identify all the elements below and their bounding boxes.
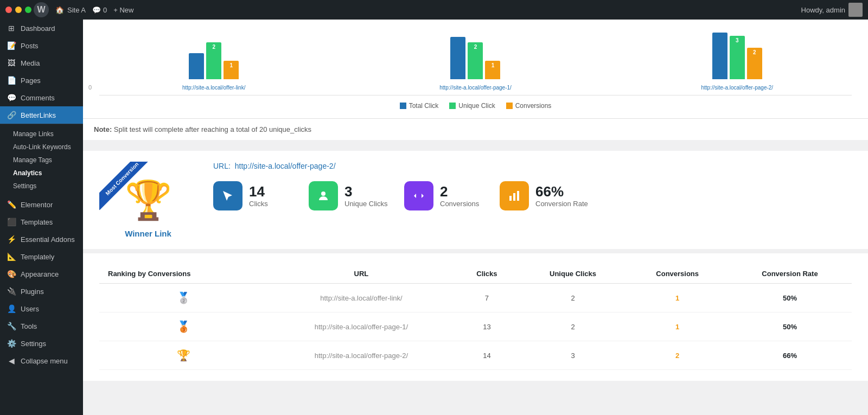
svg-rect-3 — [517, 191, 519, 201]
sidebar-label-betterlinks: BetterLinks — [21, 111, 56, 119]
sidebar-item-appearance[interactable]: 🎨 Appearance — [0, 265, 83, 283]
col-header-conversion-rate: Conversion Rate — [728, 264, 852, 284]
users-icon: 👤 — [7, 304, 16, 313]
sidebar-item-users[interactable]: 👤 Users — [0, 300, 83, 317]
note-banner: Note: Split test will complete after rea… — [83, 118, 868, 140]
sidebar-item-templates[interactable]: ⬛ Templates — [0, 213, 83, 231]
bar-conversions-3: 2 — [747, 48, 762, 79]
sidebar-item-comments[interactable]: 💬 Comments — [0, 89, 83, 106]
stat-card-conversion-rate: 66% Conversion Rate — [500, 181, 588, 210]
rank-cell-2: 🏆 — [99, 341, 268, 370]
url-cell-1[interactable]: http://site-a.local/offer-page-1/ — [268, 312, 455, 341]
sidebar-sub-auto-link-keywords[interactable]: Auto-Link Keywords — [0, 141, 83, 154]
avatar — [848, 3, 863, 17]
sidebar-item-media[interactable]: 🖼 Media — [0, 54, 83, 72]
stat-info-clicks: 14 Clicks — [249, 184, 268, 208]
legend-label-conversions: Conversions — [515, 102, 552, 110]
pages-icon: 📄 — [7, 76, 16, 85]
sidebar-label-users: Users — [21, 305, 39, 313]
close-button[interactable] — [5, 7, 12, 13]
legend-total-click: Total Click — [400, 102, 439, 110]
divider-1 — [83, 140, 868, 144]
sidebar-sub-settings[interactable]: Settings — [0, 180, 83, 193]
clicks-label: Clicks — [249, 200, 268, 208]
new-label: + New — [113, 6, 133, 14]
sidebar-item-plugins[interactable]: 🔌 Plugins — [0, 283, 83, 300]
sidebar-item-pages[interactable]: 📄 Pages — [0, 72, 83, 89]
winner-url-value[interactable]: http://site-a.local/offer-page-2/ — [235, 162, 336, 170]
sidebar-item-tools[interactable]: 🔧 Tools — [0, 317, 83, 335]
chart-legend: Total Click Unique Click Conversions — [99, 102, 852, 110]
url-cell-2[interactable]: http://site-a.local/offer-page-2/ — [268, 341, 455, 370]
sidebar-item-collapse[interactable]: ◀ Collapse menu — [0, 352, 83, 369]
url-cell-0[interactable]: http://site-a.local/offer-link/ — [268, 284, 455, 312]
conversions-cell-1: 1 — [627, 312, 728, 341]
svg-point-0 — [321, 191, 326, 196]
chart-area: 0 2 1 http://site-a.local/offer-link/ 2 — [83, 20, 868, 118]
maximize-button[interactable] — [25, 7, 31, 13]
conversion-rate-cell-0: 50% — [728, 284, 852, 312]
howdy-label: Howdy, admin — [801, 6, 845, 14]
col-header-clicks: Clicks — [455, 264, 519, 284]
rank-cell-0: 🥈 — [99, 284, 268, 312]
bar-label-3: http://site-a.local/offer-page-2/ — [701, 85, 773, 91]
most-conversion-badge: Most Conversion — [99, 162, 154, 210]
comments-count[interactable]: 💬 0 — [92, 6, 107, 14]
note-prefix: Note: — [94, 125, 112, 133]
unique-clicks-cell-1: 2 — [519, 312, 627, 341]
sidebar-item-templately[interactable]: 📐 Templately — [0, 248, 83, 265]
sidebar-sub-manage-tags[interactable]: Manage Tags — [0, 154, 83, 167]
wp-logo[interactable]: W — [34, 2, 49, 17]
sidebar-item-betterlinks[interactable]: 🔗 BetterLinks — [0, 106, 83, 124]
sidebar-label-media: Media — [21, 59, 40, 67]
templately-icon: 📐 — [7, 252, 16, 261]
stat-card-conversions: 2 Conversions — [404, 181, 491, 210]
templates-icon: ⬛ — [7, 218, 16, 226]
stat-info-conversions: 2 Conversions — [440, 184, 479, 208]
main-layout: ⊞ Dashboard 📝 Posts 🖼 Media 📄 Pages 💬 Co… — [0, 20, 868, 415]
bar-conversions-1: 1 — [224, 61, 239, 79]
bar-group-3-bars: 3 2 — [712, 25, 762, 79]
bar-total-click-2 — [450, 37, 465, 79]
conversions-value: 2 — [440, 184, 479, 199]
traffic-lights — [5, 7, 31, 13]
sidebar-sub-manage-links[interactable]: Manage Links — [0, 127, 83, 141]
minimize-button[interactable] — [15, 7, 22, 13]
sidebar-label-settings: Settings — [21, 340, 46, 348]
sidebar-label-pages: Pages — [21, 76, 41, 85]
sidebar-label-elementor: Elementor — [21, 201, 53, 209]
collapse-icon: ◀ — [7, 356, 16, 365]
elementor-icon: ✏️ — [7, 200, 16, 209]
sidebar-item-posts[interactable]: 📝 Posts — [0, 37, 83, 54]
bar-group-1-bars: 2 1 — [189, 25, 239, 79]
sidebar-item-settings[interactable]: ⚙️ Settings — [0, 335, 83, 352]
bar-label-2: http://site-a.local/offer-page-1/ — [439, 85, 512, 91]
legend-dot-conversions — [506, 103, 513, 109]
medal-1: 🥉 — [177, 321, 190, 333]
legend-label-total: Total Click — [409, 102, 439, 110]
sidebar-item-essential-addons[interactable]: ⚡ Essential Addons — [0, 231, 83, 248]
clicks-value: 14 — [249, 184, 268, 199]
bar-group-3: 3 2 http://site-a.local/offer-page-2/ — [623, 25, 852, 91]
site-name[interactable]: 🏠 Site A — [55, 6, 86, 14]
winner-section: Most Conversion 🏆 Winner Link URL: http:… — [83, 151, 868, 249]
conversion-rate-icon — [500, 181, 529, 210]
clicks-cell-0: 7 — [455, 284, 519, 312]
sidebar-sub-analytics[interactable]: Analytics — [0, 167, 83, 180]
unique-clicks-cell-2: 3 — [519, 341, 627, 370]
col-header-conversions: Conversions — [627, 264, 728, 284]
stat-info-unique-clicks: 3 Unique Clicks — [344, 184, 387, 208]
betterlinks-icon: 🔗 — [7, 111, 16, 119]
sidebar-item-elementor[interactable]: ✏️ Elementor — [0, 196, 83, 213]
plugins-icon: 🔌 — [7, 287, 16, 296]
table-row: 🥈 http://site-a.local/offer-link/ 7 2 1 … — [99, 284, 852, 312]
howdy-section[interactable]: Howdy, admin — [801, 3, 863, 17]
clicks-cell-2: 14 — [455, 341, 519, 370]
table-section: Ranking by Conversions URL Clicks Unique… — [83, 253, 868, 381]
new-button[interactable]: + New — [113, 6, 133, 14]
col-header-url: URL — [268, 264, 455, 284]
conversion-rate-value: 66% — [535, 184, 588, 199]
unique-clicks-value: 3 — [344, 184, 387, 199]
legend-dot-unique — [449, 103, 456, 109]
sidebar-item-dashboard[interactable]: ⊞ Dashboard — [0, 20, 83, 37]
